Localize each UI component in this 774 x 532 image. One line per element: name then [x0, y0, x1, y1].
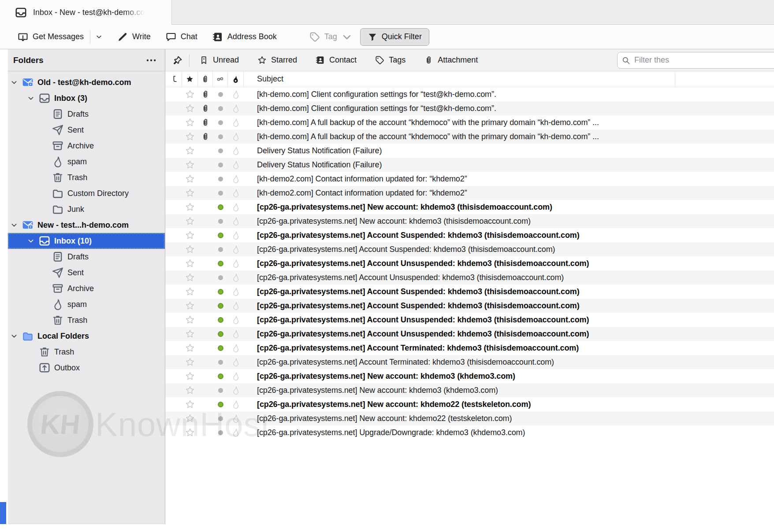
- folder-item-drafts[interactable]: Drafts: [8, 106, 165, 122]
- junk-flame-icon[interactable]: [228, 301, 244, 310]
- junk-flame-icon[interactable]: [228, 414, 244, 423]
- junk-flame-icon[interactable]: [228, 160, 244, 169]
- star-toggle-icon[interactable]: [182, 301, 198, 310]
- filter-attachment-button[interactable]: Attachment: [424, 55, 478, 65]
- message-row[interactable]: [cp26-ga.privatesystems.net] Account Uns…: [165, 313, 774, 327]
- star-toggle-icon[interactable]: [182, 216, 198, 226]
- read-dot-icon[interactable]: [213, 430, 228, 435]
- junk-flame-icon[interactable]: [228, 400, 244, 409]
- junk-flame-icon[interactable]: [228, 188, 244, 197]
- star-toggle-icon[interactable]: [182, 385, 198, 395]
- subject-column-header[interactable]: Subject: [244, 74, 283, 84]
- tab-inbox[interactable]: Inbox - New - test@kh-demo.co: [0, 0, 172, 25]
- filter-search-input[interactable]: [617, 52, 774, 69]
- read-dot-icon[interactable]: [213, 163, 228, 167]
- junk-flame-icon[interactable]: [228, 231, 244, 240]
- star-toggle-icon[interactable]: [182, 89, 198, 99]
- junk-flame-icon[interactable]: [228, 358, 244, 366]
- message-row[interactable]: [kh-demo.com] A full backup of the accou…: [165, 129, 774, 144]
- message-row[interactable]: Delivery Status Notification (Failure): [165, 144, 774, 158]
- message-row[interactable]: [kh-demo2.com] Contact information updat…: [165, 186, 774, 200]
- star-toggle-icon[interactable]: [182, 329, 198, 339]
- folder-item-new-test-h-demo-com[interactable]: New - test...h-demo.com: [8, 217, 165, 233]
- star-toggle-icon[interactable]: [182, 174, 198, 184]
- message-row[interactable]: [cp26-ga.privatesystems.net] New account…: [165, 383, 774, 397]
- message-row[interactable]: [cp26-ga.privatesystems.net] Account Uns…: [165, 270, 774, 284]
- folder-item-drafts[interactable]: Drafts: [8, 249, 165, 265]
- folder-item-trash[interactable]: Trash: [8, 312, 165, 328]
- junk-flame-icon[interactable]: [228, 344, 244, 352]
- filter-contact-button[interactable]: Contact: [316, 55, 357, 65]
- message-row[interactable]: [cp26-ga.privatesystems.net] New account…: [165, 397, 774, 411]
- sticky-filter-pin-icon[interactable]: [172, 55, 183, 66]
- get-messages-button[interactable]: Get Messages: [18, 32, 84, 42]
- junk-flame-icon[interactable]: [228, 315, 244, 324]
- message-row[interactable]: [cp26-ga.privatesystems.net] Account Ter…: [165, 355, 774, 369]
- message-row[interactable]: [cp26-ga.privatesystems.net] Upgrade/Dow…: [165, 425, 774, 440]
- junk-flame-icon[interactable]: [228, 273, 244, 282]
- unread-dot-icon[interactable]: [213, 402, 228, 407]
- junk-flame-icon[interactable]: [228, 146, 244, 155]
- message-row[interactable]: [cp26-ga.privatesystems.net] Account Sus…: [165, 242, 774, 256]
- folder-item-sent[interactable]: Sent: [8, 265, 165, 281]
- read-column-header[interactable]: [213, 71, 228, 87]
- read-dot-icon[interactable]: [213, 92, 228, 97]
- read-dot-icon[interactable]: [213, 247, 228, 252]
- star-toggle-icon[interactable]: [182, 287, 198, 296]
- message-row[interactable]: [cp26-ga.privatesystems.net] New account…: [165, 214, 774, 228]
- filter-tags-button[interactable]: Tags: [375, 55, 406, 65]
- chat-button[interactable]: Chat: [166, 32, 197, 42]
- junk-flame-icon[interactable]: [228, 372, 244, 381]
- message-row[interactable]: [cp26-ga.privatesystems.net] Account Uns…: [165, 256, 774, 270]
- message-row[interactable]: [kh-demo.com] Client configuration setti…: [165, 87, 774, 101]
- junk-flame-icon[interactable]: [228, 428, 244, 437]
- star-toggle-icon[interactable]: [182, 202, 198, 212]
- folder-item-inbox-3[interactable]: Inbox (3): [8, 90, 165, 106]
- folder-item-inbox-10[interactable]: Inbox (10): [8, 233, 165, 249]
- read-dot-icon[interactable]: [213, 191, 228, 196]
- tag-button[interactable]: Tag: [309, 32, 352, 42]
- filter-unread-button[interactable]: Unread: [199, 55, 239, 65]
- star-toggle-icon[interactable]: [182, 230, 198, 240]
- star-toggle-icon[interactable]: [182, 357, 198, 367]
- chevron-down-icon[interactable]: [26, 95, 36, 102]
- message-row[interactable]: [cp26-ga.privatesystems.net] Account Uns…: [165, 327, 774, 341]
- message-row[interactable]: [cp26-ga.privatesystems.net] New account…: [165, 200, 774, 214]
- read-dot-icon[interactable]: [213, 148, 228, 153]
- message-row[interactable]: [kh-demo.com] Client configuration setti…: [165, 101, 774, 115]
- folder-item-spam[interactable]: spam: [8, 296, 165, 312]
- read-dot-icon[interactable]: [213, 134, 228, 139]
- star-toggle-icon[interactable]: [182, 103, 198, 113]
- message-row[interactable]: [cp26-ga.privatesystems.net] Account Sus…: [165, 299, 774, 313]
- star-toggle-icon[interactable]: [182, 428, 198, 437]
- read-dot-icon[interactable]: [213, 275, 228, 280]
- get-messages-dropdown-icon[interactable]: [96, 33, 102, 40]
- quick-filter-toggle-button[interactable]: Quick Filter: [360, 28, 429, 46]
- read-dot-icon[interactable]: [213, 219, 228, 224]
- read-dot-icon[interactable]: [213, 177, 228, 181]
- starred-column-header[interactable]: [182, 71, 198, 87]
- junk-flame-icon[interactable]: [228, 386, 244, 395]
- message-row[interactable]: Delivery Status Notification (Failure): [165, 158, 774, 172]
- junk-flame-icon[interactable]: [228, 203, 244, 211]
- unread-dot-icon[interactable]: [213, 204, 228, 210]
- read-dot-icon[interactable]: [213, 416, 228, 421]
- junk-flame-icon[interactable]: [228, 118, 244, 127]
- unread-dot-icon[interactable]: [213, 345, 228, 351]
- junk-flame-icon[interactable]: [228, 245, 244, 254]
- folder-item-junk[interactable]: Junk: [8, 201, 165, 217]
- write-button[interactable]: Write: [117, 32, 151, 42]
- chevron-down-icon[interactable]: [9, 332, 19, 340]
- star-toggle-icon[interactable]: [182, 371, 198, 381]
- star-toggle-icon[interactable]: [182, 399, 198, 409]
- star-toggle-icon[interactable]: [182, 343, 198, 353]
- star-toggle-icon[interactable]: [182, 132, 198, 141]
- unread-dot-icon[interactable]: [213, 373, 228, 379]
- thread-column-header[interactable]: [169, 71, 182, 87]
- star-toggle-icon[interactable]: [182, 188, 198, 198]
- star-toggle-icon[interactable]: [182, 414, 198, 423]
- unread-dot-icon[interactable]: [213, 317, 228, 323]
- unread-dot-icon[interactable]: [213, 303, 228, 309]
- junk-flame-icon[interactable]: [228, 104, 244, 113]
- star-toggle-icon[interactable]: [182, 315, 198, 325]
